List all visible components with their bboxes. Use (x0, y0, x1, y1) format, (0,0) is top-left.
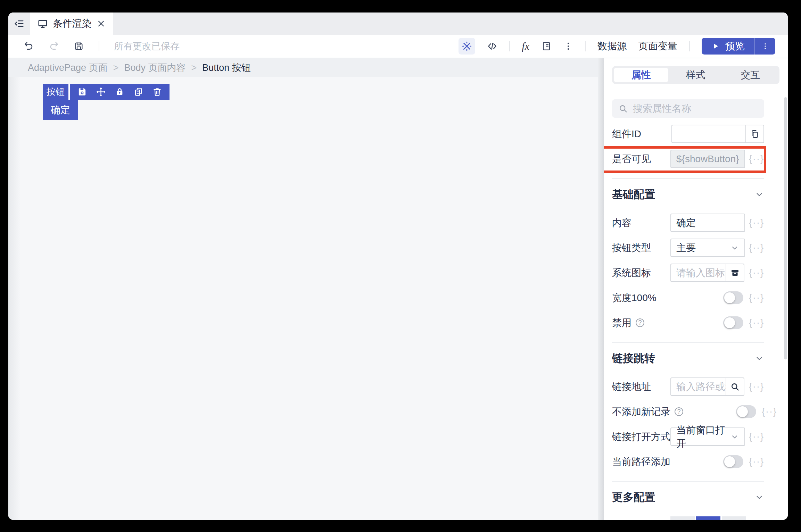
section-basic-header[interactable]: 基础配置 (612, 187, 764, 202)
datasource-button[interactable]: 数据源 (597, 40, 627, 53)
field-label: 系统图标 (612, 266, 670, 280)
row-no-new-record: 不添加新记录 ? {··} (612, 402, 764, 421)
page-variables-button[interactable]: 页面变量 (638, 40, 677, 53)
bind-variable-icon[interactable]: {··} (762, 406, 777, 417)
chevron-down-icon[interactable] (754, 354, 764, 363)
row-size: 大小 大 中 小 {··} (612, 516, 764, 520)
section-link-header[interactable]: 链接跳转 (612, 351, 764, 366)
section-more-header[interactable]: 更多配置 (612, 490, 764, 505)
tab-conditional-render[interactable]: 条件渲染 (30, 13, 113, 35)
field-label: 宽度100% (612, 291, 670, 305)
size-option-small[interactable]: 小 (722, 516, 746, 520)
field-control: 确定 {··} (670, 214, 764, 232)
move-icon[interactable] (96, 87, 106, 97)
save-component-icon[interactable] (77, 87, 87, 97)
visible-expression-input[interactable]: ${showButton} (670, 150, 745, 168)
design-canvas[interactable]: 按钮 (8, 77, 598, 520)
search-icon (730, 382, 740, 392)
outline-button[interactable] (541, 41, 552, 51)
help-icon[interactable]: ? (636, 318, 644, 327)
panel-scrollbar[interactable] (784, 97, 787, 359)
preview-more-button[interactable] (754, 38, 775, 55)
content-value: 确定 (676, 216, 696, 230)
chevron-down-icon[interactable] (754, 492, 764, 502)
breadcrumb-separator: > (113, 63, 119, 73)
chevron-down-icon (730, 432, 739, 441)
bind-variable-icon[interactable]: {··} (749, 292, 764, 303)
redo-button[interactable] (49, 41, 59, 51)
link-search-button[interactable] (726, 377, 744, 396)
tab-style[interactable]: 样式 (668, 68, 723, 82)
disabled-toggle[interactable] (723, 316, 743, 329)
component-id-group (671, 125, 764, 143)
delete-icon[interactable] (152, 87, 162, 97)
tab-interaction[interactable]: 交互 (723, 68, 778, 82)
content-input[interactable]: 确定 (670, 214, 745, 232)
content-area: AdaptivePage 页面 > Body 页面内容 > Button 按钮 … (8, 58, 788, 520)
preview-button-main[interactable]: 预览 (702, 38, 754, 55)
row-link-url: 链接地址 输入路径或者 (612, 377, 764, 396)
field-control: {··} (670, 291, 764, 304)
link-url-input[interactable]: 输入路径或者 (670, 377, 726, 396)
search-icon (618, 104, 628, 114)
chevron-down-icon[interactable] (754, 190, 764, 199)
lock-icon[interactable] (115, 87, 125, 97)
component-id-input[interactable] (677, 128, 740, 140)
copy-id-button[interactable] (745, 125, 764, 143)
size-option-medium[interactable]: 中 (696, 516, 720, 520)
sidebar-collapse-button[interactable] (8, 13, 30, 35)
component-tag: 按钮 (43, 84, 68, 100)
canvas-button-component[interactable]: 确定 (43, 100, 78, 120)
more-tools-button[interactable] (563, 41, 573, 51)
field-label: 当前路径添加 (612, 455, 670, 468)
bind-variable-icon[interactable]: {··} (749, 217, 764, 228)
bind-variable-icon[interactable]: {··} (749, 381, 764, 392)
panel-resize-handle[interactable] (598, 58, 604, 520)
breadcrumb-item-page[interactable]: AdaptivePage 页面 (28, 61, 108, 74)
system-icon-placeholder: 请输入图标 (676, 266, 725, 280)
close-icon[interactable] (97, 19, 106, 28)
bind-variable-icon[interactable]: {··} (749, 267, 764, 278)
menu-fold-icon (14, 18, 24, 29)
link-url-placeholder: 输入路径或者 (676, 380, 726, 393)
field-control: 主要 {··} (670, 239, 764, 257)
size-option-large[interactable]: 大 (670, 516, 695, 520)
width-full-toggle[interactable] (723, 291, 743, 304)
section-title: 链接跳转 (612, 351, 655, 366)
preview-button[interactable]: 预览 (702, 38, 775, 55)
toolbar-divider (509, 41, 510, 51)
preview-label: 预览 (725, 40, 745, 53)
help-icon[interactable]: ? (675, 407, 683, 416)
monitor-icon (38, 18, 48, 29)
section-divider (612, 481, 764, 482)
bind-variable-icon[interactable]: {··} (749, 242, 764, 253)
no-new-record-toggle[interactable] (736, 405, 756, 418)
bind-variable-icon[interactable]: {··} (749, 456, 764, 467)
property-search[interactable] (612, 99, 764, 118)
bind-variable-icon[interactable]: {··} (749, 317, 764, 328)
append-path-toggle[interactable] (723, 455, 743, 468)
tab-bar: 条件渲染 (8, 13, 788, 35)
tab-properties[interactable]: 属性 (614, 68, 668, 82)
breadcrumb-item-body[interactable]: Body 页面内容 (124, 61, 185, 74)
screen: 条件渲染 (0, 0, 801, 532)
system-icon-input[interactable]: 请输入图标 (670, 264, 726, 282)
field-control: 输入路径或者 {··} (670, 377, 764, 396)
link-target-select[interactable]: 当前窗口打开 (670, 427, 745, 446)
design-mode-button[interactable] (459, 38, 475, 55)
undo-button[interactable] (24, 41, 34, 51)
duplicate-icon[interactable] (133, 87, 143, 97)
bind-variable-icon[interactable]: {··} (749, 431, 764, 442)
field-control: {··} (670, 455, 764, 468)
icon-picker-button[interactable] (726, 264, 744, 282)
breadcrumb-item-button[interactable]: Button 按钮 (202, 61, 251, 74)
source-code-button[interactable] (487, 41, 497, 51)
bind-variable-icon[interactable]: {··} (749, 153, 764, 164)
button-type-select[interactable]: 主要 (670, 239, 745, 257)
selection-toolbar-actions (70, 84, 170, 100)
save-button[interactable] (74, 41, 84, 51)
redo-icon (49, 41, 59, 51)
search-input[interactable] (633, 103, 758, 114)
row-link-target: 链接打开方式 当前窗口打开 {··} (612, 427, 764, 446)
function-button[interactable]: fx (522, 40, 529, 52)
